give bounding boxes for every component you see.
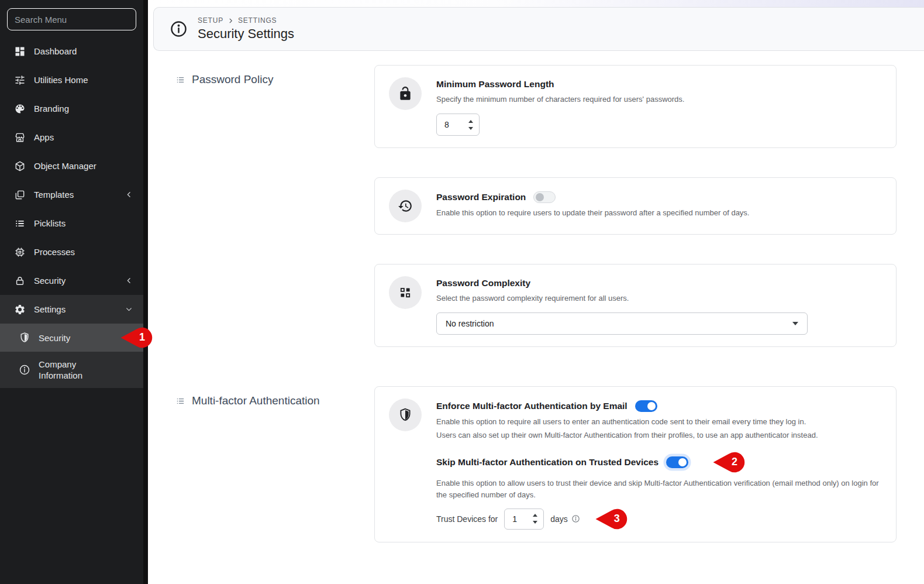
sidebar-item-branding[interactable]: Branding bbox=[0, 94, 143, 123]
search-input[interactable] bbox=[7, 8, 136, 30]
lock-icon bbox=[14, 275, 26, 287]
section-password-policy: Password Policy Minimum Password Length … bbox=[148, 65, 924, 347]
enforce-mfa-description-1: Enable this option to require all users … bbox=[436, 416, 882, 428]
sidebar-item-label: Templates bbox=[34, 190, 74, 200]
section-mfa: Multi-factor Authentication Enforce Mult… bbox=[148, 386, 924, 542]
chevron-left-icon bbox=[125, 191, 133, 198]
sidebar-nav: Dashboard Utilities Home Branding bbox=[0, 37, 143, 388]
skip-mfa-toggle[interactable] bbox=[666, 456, 688, 468]
section-label-mfa: Multi-factor Authentication bbox=[148, 386, 374, 407]
min-password-length-stepper[interactable] bbox=[436, 114, 480, 136]
sidebar-item-settings[interactable]: Settings bbox=[0, 295, 143, 324]
chevron-left-icon bbox=[125, 277, 133, 284]
card-mfa: Enforce Multi-factor Authentication by E… bbox=[374, 386, 897, 542]
info-icon bbox=[19, 364, 30, 376]
annotation-badge-2: 2 bbox=[712, 451, 746, 473]
storefront-icon bbox=[14, 132, 26, 143]
breadcrumb: SETUP SETTINGS bbox=[198, 16, 294, 25]
sidebar-subitem-label: Security bbox=[39, 333, 70, 343]
page-header: SETUP SETTINGS Security Settings bbox=[153, 7, 924, 51]
enforce-mfa-title-row: Enforce Multi-factor Authentication by E… bbox=[436, 400, 882, 412]
security-settings-page: Dashboard Utilities Home Branding bbox=[0, 0, 924, 584]
dashboard-icon bbox=[14, 46, 26, 57]
sidebar: Dashboard Utilities Home Branding bbox=[0, 0, 148, 584]
card-description: Select the password complexity requireme… bbox=[436, 293, 882, 304]
sidebar-item-label: Picklists bbox=[34, 218, 65, 228]
sidebar-subitem-label: Company Information bbox=[39, 359, 103, 382]
stepper-down-icon[interactable] bbox=[533, 521, 537, 524]
password-expiration-toggle[interactable] bbox=[533, 191, 556, 203]
sidebar-item-picklists[interactable]: Picklists bbox=[0, 209, 143, 238]
card-title: Password Expiration bbox=[436, 191, 882, 203]
trust-devices-row: Trust Devices for days bbox=[436, 508, 882, 530]
card-title: Password Complexity bbox=[436, 278, 882, 288]
sidebar-item-utilities-home[interactable]: Utilities Home bbox=[0, 66, 143, 94]
gear-icon bbox=[14, 304, 26, 315]
sidebar-item-processes[interactable]: Processes bbox=[0, 238, 143, 266]
password-complexity-select[interactable]: No restriction bbox=[436, 312, 808, 335]
trust-days-input[interactable] bbox=[505, 514, 525, 524]
chip-icon bbox=[14, 246, 26, 258]
days-label: days bbox=[550, 514, 568, 524]
sidebar-item-security[interactable]: Security bbox=[0, 266, 143, 295]
sidebar-item-apps[interactable]: Apps bbox=[0, 123, 143, 152]
breadcrumb-settings[interactable]: SETTINGS bbox=[238, 16, 277, 25]
annotation-badge-3: 3 bbox=[595, 508, 629, 530]
card-password-complexity: Password Complexity Select the password … bbox=[374, 264, 897, 347]
enforce-mfa-toggle[interactable] bbox=[635, 400, 657, 412]
selected-option: No restriction bbox=[446, 319, 494, 328]
sidebar-item-dashboard[interactable]: Dashboard bbox=[0, 37, 143, 66]
sidebar-item-object-manager[interactable]: Object Manager bbox=[0, 152, 143, 180]
sidebar-subitem-company-information[interactable]: Company Information bbox=[0, 352, 143, 388]
select-caret-icon bbox=[792, 322, 798, 325]
card-password-expiration: Password Expiration Enable this option t… bbox=[374, 177, 897, 235]
card-description: Specify the minimum number of characters… bbox=[436, 94, 882, 105]
grid-squares-icon bbox=[389, 276, 422, 309]
settings-submenu: Security 1 Company Information bbox=[0, 324, 143, 388]
min-password-length-input[interactable] bbox=[437, 120, 457, 129]
skip-mfa-description: Enable this option to allow users to tru… bbox=[436, 477, 882, 501]
trust-days-stepper[interactable] bbox=[504, 509, 544, 530]
sidebar-item-label: Apps bbox=[34, 132, 54, 142]
sidebar-item-label: Processes bbox=[34, 247, 75, 257]
lock-open-icon bbox=[389, 77, 422, 110]
stepper-down-icon[interactable] bbox=[468, 127, 473, 130]
sliders-icon bbox=[14, 74, 26, 86]
section-list-icon bbox=[175, 75, 185, 85]
breadcrumb-setup[interactable]: SETUP bbox=[198, 16, 223, 25]
palette-icon bbox=[14, 103, 26, 115]
skip-mfa-title-row: Skip Multi-factor Authentication on Trus… bbox=[436, 451, 882, 473]
page-title: Security Settings bbox=[198, 26, 294, 42]
top-strip bbox=[148, 0, 924, 7]
sidebar-item-label: Utilities Home bbox=[34, 75, 88, 85]
sidebar-item-label: Security bbox=[34, 276, 65, 286]
sidebar-item-label: Dashboard bbox=[34, 46, 77, 56]
templates-icon bbox=[14, 189, 26, 201]
card-description: Enable this option to require users to u… bbox=[436, 207, 882, 219]
shield-half-icon bbox=[389, 399, 422, 431]
card-title: Minimum Password Length bbox=[436, 79, 882, 90]
stepper-up-icon[interactable] bbox=[533, 514, 537, 517]
shield-icon bbox=[19, 332, 30, 343]
sidebar-item-templates[interactable]: Templates bbox=[0, 180, 143, 209]
section-list-icon bbox=[175, 396, 185, 406]
stepper-up-icon[interactable] bbox=[468, 120, 473, 123]
annotation-badge-1: 1 bbox=[120, 327, 154, 349]
sidebar-item-label: Settings bbox=[34, 304, 65, 314]
days-info-icon[interactable] bbox=[571, 514, 580, 523]
chevron-right-icon bbox=[227, 18, 234, 24]
list-icon bbox=[14, 218, 26, 229]
sidebar-subitem-security[interactable]: Security 1 bbox=[0, 324, 143, 352]
page-info-icon[interactable] bbox=[170, 20, 188, 38]
card-minimum-password-length: Minimum Password Length Specify the mini… bbox=[374, 65, 897, 148]
main-content: SETUP SETTINGS Security Settings Passwor… bbox=[148, 0, 924, 584]
sidebar-item-label: Object Manager bbox=[34, 161, 96, 171]
enforce-mfa-description-2: Users can also set up their own Multi-fa… bbox=[436, 430, 882, 441]
chevron-down-icon bbox=[125, 305, 133, 313]
trust-devices-label: Trust Devices for bbox=[436, 514, 498, 524]
sidebar-item-label: Branding bbox=[34, 104, 69, 114]
history-clock-icon bbox=[389, 190, 422, 222]
section-label-password-policy: Password Policy bbox=[148, 65, 374, 86]
cube-icon bbox=[14, 160, 26, 172]
